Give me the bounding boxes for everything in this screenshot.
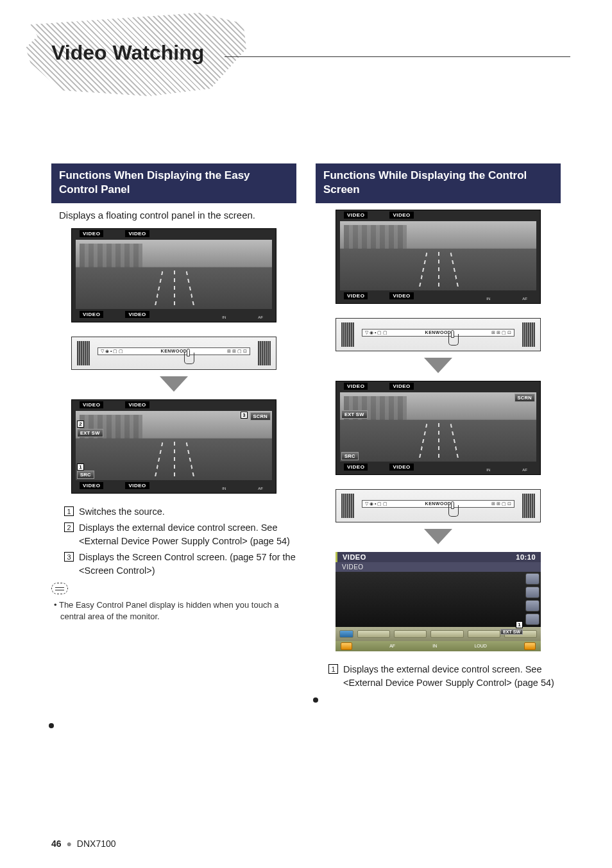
device-hardware-panel: ▽ ◉ • ▢ ▢ ⊞ ⊞ ▢ ⊡ KENWOOD xyxy=(336,489,541,522)
video-label: VIDEO xyxy=(80,482,103,489)
af-indicator: AF xyxy=(522,468,527,472)
screenshot-easy-panel-before: VIDEO VIDEO Mode : Full AV-OUT: AV-IN VI… xyxy=(71,228,276,322)
down-arrow-icon xyxy=(424,529,452,544)
scrn-button[interactable]: SCRN xyxy=(514,394,535,402)
side-button[interactable] xyxy=(525,573,540,585)
callout-num: 3 xyxy=(64,552,74,562)
header-banner: Video Watching xyxy=(26,13,263,96)
header-rule xyxy=(225,56,570,57)
left-column: Functions When Displaying the Easy Contr… xyxy=(51,163,296,694)
brand-label: KENWOOD xyxy=(161,349,187,353)
screenshot-control-after-1: VIDEO VIDEO Mode : Full AV-OUT: AV-IN SC… xyxy=(336,381,541,475)
video-label: VIDEO xyxy=(125,311,149,318)
callout-text: Displays the external device control scr… xyxy=(79,521,296,548)
af-indicator: AF xyxy=(258,487,263,490)
device-hardware-panel: ▽ ◉ • ▢ ▢ ⊞ ⊞ ▢ ⊡ KENWOOD xyxy=(336,318,541,351)
video-label: VIDEO xyxy=(389,463,413,471)
screenshot-easy-panel-after: VIDEO VIDEO Mode : Full AV-OUT: AV-IN SC… xyxy=(71,399,276,494)
video-label: VIDEO xyxy=(80,311,103,318)
extsw-button[interactable]: EXT SW xyxy=(341,410,368,419)
side-button[interactable] xyxy=(525,600,540,612)
callout-2: 2 xyxy=(77,421,84,428)
callout-num: 1 xyxy=(328,664,338,674)
in-indicator: IN xyxy=(486,468,490,472)
side-button[interactable] xyxy=(525,587,540,598)
in-indicator: IN xyxy=(486,297,490,301)
note-icon xyxy=(51,583,68,594)
left-callout-list: 1Switches the source. 2Displays the exte… xyxy=(64,505,296,578)
src-button[interactable]: SRC xyxy=(77,471,94,479)
video-label: VIDEO xyxy=(344,463,368,471)
callout-1: 1 xyxy=(77,463,84,471)
down-arrow-icon xyxy=(424,358,452,373)
control-button[interactable] xyxy=(357,630,390,638)
extsw-tag[interactable]: EXT SW xyxy=(500,629,523,635)
in-indicator: IN xyxy=(222,487,226,490)
section-end-dot xyxy=(313,697,318,703)
screenshot-control-before: VIDEO VIDEO Mode : Full AV-OUT: AV-IN VI… xyxy=(336,210,541,304)
ctrl-time: 10:10 xyxy=(516,553,536,561)
video-label: VIDEO xyxy=(389,292,413,299)
play-button[interactable] xyxy=(339,630,353,638)
brand-label: KENWOOD xyxy=(425,501,452,506)
right-section-heading: Functions While Displaying the Control S… xyxy=(316,163,561,203)
left-intro: Displays a floating control panel in the… xyxy=(59,210,296,221)
video-label: VIDEO xyxy=(80,401,103,408)
extsw-button[interactable]: EXT SW xyxy=(77,429,103,437)
callout-num: 1 xyxy=(64,506,74,516)
note-text: The Easy Control Panel display is hidden… xyxy=(60,599,296,622)
scrn-button[interactable]: SCRN xyxy=(250,412,271,421)
screenshot-control-screen: VIDEO 10:10 VIDEO xyxy=(336,552,541,651)
video-label: VIDEO xyxy=(125,230,149,237)
touch-icon xyxy=(448,505,459,517)
callout-text: Displays the Screen Control screen. (pag… xyxy=(79,551,296,578)
control-button[interactable] xyxy=(394,630,427,638)
nav-up-button[interactable] xyxy=(524,642,536,650)
left-section-heading: Functions When Displaying the Easy Contr… xyxy=(51,163,296,203)
side-button[interactable] xyxy=(525,613,540,625)
ctrl-title: VIDEO xyxy=(343,553,366,561)
src-button[interactable]: SRC xyxy=(341,452,359,460)
video-label: VIDEO xyxy=(344,212,368,219)
page-footer: 46 ● DNX7100 xyxy=(51,839,116,849)
control-button[interactable] xyxy=(430,630,463,638)
model-name: DNX7100 xyxy=(77,839,116,849)
brand-label: KENWOOD xyxy=(425,330,452,335)
callout-1: 1 xyxy=(516,621,523,628)
video-label: VIDEO xyxy=(389,212,413,219)
af-indicator: AF xyxy=(522,297,527,301)
footer-separator: ● xyxy=(66,839,71,849)
callout-text: Displays the external device control scr… xyxy=(343,663,561,690)
touch-icon xyxy=(184,353,194,364)
in-indicator: IN xyxy=(432,644,437,648)
control-button[interactable] xyxy=(468,630,500,638)
loud-indicator: LOUD xyxy=(474,644,486,648)
callout-num: 2 xyxy=(64,522,74,532)
ctrl-subtitle: VIDEO xyxy=(336,562,541,572)
video-label: VIDEO xyxy=(344,383,368,390)
callout-3: 3 xyxy=(241,412,248,419)
device-hardware-panel: ▽ ◉ • ▢ ▢ ⊞ ⊞ ▢ ⊡ KENWOOD xyxy=(71,337,276,370)
af-indicator: AF xyxy=(258,315,263,319)
video-label: VIDEO xyxy=(344,292,368,299)
video-label: VIDEO xyxy=(125,482,149,489)
video-label: VIDEO xyxy=(80,230,103,237)
page-title: Video Watching xyxy=(51,41,204,65)
down-arrow-icon xyxy=(160,376,188,392)
nav-down-button[interactable] xyxy=(341,642,352,650)
video-label: VIDEO xyxy=(389,383,413,390)
in-indicator: IN xyxy=(222,315,226,319)
page-number: 46 xyxy=(51,839,62,849)
af-indicator: AF xyxy=(389,644,395,648)
touch-icon xyxy=(448,334,459,346)
video-label: VIDEO xyxy=(125,401,149,408)
right-callout-list: 1Displays the external device control sc… xyxy=(328,663,561,690)
callout-text: Switches the source. xyxy=(79,505,296,519)
section-end-dot xyxy=(49,723,54,728)
right-column: Functions While Displaying the Control S… xyxy=(316,163,561,694)
